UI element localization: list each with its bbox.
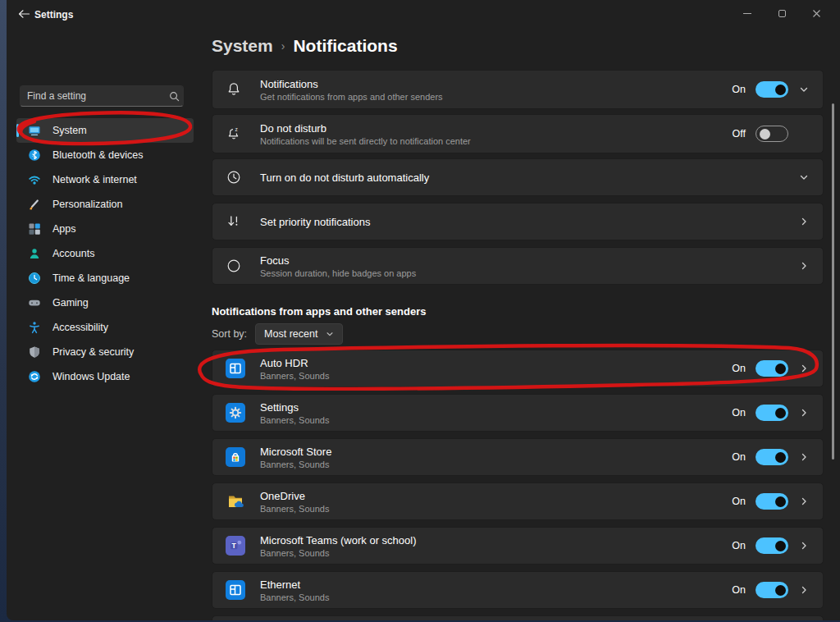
back-button[interactable] (13, 3, 34, 25)
bell-icon (226, 81, 242, 98)
card-dnd-automatic[interactable]: Turn on do not disturb automatically (212, 158, 824, 196)
focus-icon (226, 258, 242, 274)
close-button[interactable] (799, 0, 833, 26)
privacy-icon (28, 345, 41, 359)
app-name: Ethernet (260, 579, 728, 591)
do-not-disturb-toggle[interactable] (756, 126, 788, 142)
window-title: Settings (34, 9, 73, 21)
scrollbar[interactable] (832, 103, 834, 460)
breadcrumb-separator-icon: › (281, 39, 285, 53)
search-box[interactable] (20, 85, 184, 107)
breadcrumb: System › Notifications (212, 36, 398, 56)
toggle-state-label: On (728, 584, 746, 596)
card-subtitle: Session duration, hide badges on apps (260, 268, 798, 278)
page-title: Notifications (293, 36, 397, 56)
sidebar-item-label: Bluetooth & devices (52, 149, 144, 161)
sidebar-item-accessibility[interactable]: Accessibility (16, 315, 194, 340)
notifications-toggle[interactable] (756, 81, 788, 98)
card-title: Set priority notifications (260, 216, 798, 228)
sidebar-item-label: Windows Update (52, 371, 130, 382)
personalization-icon (28, 198, 41, 211)
toggle-state-label: On (728, 84, 746, 95)
sidebar-item-label: Accounts (52, 248, 94, 259)
card-do-not-disturb[interactable]: z Do not disturb Notifications will be s… (212, 114, 824, 153)
close-icon (812, 9, 821, 18)
sidebar-item-label: Accessibility (52, 322, 108, 333)
app-row-partial[interactable] (212, 615, 824, 620)
toggle-state-label: Off (728, 128, 746, 139)
app-subtitle: Banners, Sounds (260, 504, 728, 514)
chevron-right-icon (798, 408, 810, 418)
window-app-icon (226, 359, 245, 378)
app-row-settings[interactable]: Settings Banners, Sounds On (212, 394, 824, 432)
app-row-microsoft-store[interactable]: Microsoft Store Banners, Sounds On (212, 438, 824, 476)
chevron-right-icon (798, 496, 810, 506)
sidebar-item-windows-update[interactable]: Windows Update (16, 364, 194, 389)
app-row-auto-hdr[interactable]: Auto HDR Banners, Sounds On (212, 350, 824, 387)
card-subtitle: Notifications will be sent directly to n… (260, 136, 728, 146)
sidebar-item-time-language[interactable]: Time & language (16, 266, 194, 290)
ethernet-toggle[interactable] (756, 582, 788, 598)
app-row-ethernet[interactable]: Ethernet Banners, Sounds On (212, 571, 824, 609)
onedrive-app-icon (226, 492, 245, 511)
clock-icon (226, 169, 242, 185)
sidebar-item-network-internet[interactable]: Network & internet (16, 167, 194, 192)
app-name: Auto HDR (260, 357, 728, 369)
chevron-down-icon[interactable] (798, 172, 810, 182)
app-row-microsoft-teams[interactable]: T Microsoft Teams (work or school) Banne… (212, 527, 824, 565)
minimize-icon (743, 13, 751, 14)
toggle-state-label: On (728, 540, 746, 551)
chevron-right-icon (798, 452, 810, 462)
search-input[interactable] (21, 90, 165, 102)
microsoft-teams-toggle[interactable] (756, 537, 788, 554)
onedrive-toggle[interactable] (756, 493, 788, 510)
card-title: Do not disturb (260, 122, 728, 135)
toggle-state-label: On (728, 363, 746, 374)
chevron-down-icon[interactable] (798, 85, 810, 94)
breadcrumb-system[interactable]: System (212, 36, 273, 56)
system-icon (28, 124, 41, 137)
sort-dropdown[interactable]: Most recent (255, 323, 343, 345)
chevron-right-icon (798, 217, 810, 226)
sidebar-item-accounts[interactable]: Accounts (16, 241, 194, 266)
app-row-onedrive[interactable]: OneDrive Banners, Sounds On (212, 483, 824, 520)
maximize-button[interactable] (765, 0, 799, 26)
priority-icon (226, 213, 242, 230)
sidebar-item-gaming[interactable]: Gaming (16, 290, 194, 315)
sidebar-item-apps[interactable]: Apps (16, 217, 194, 241)
app-name: Settings (260, 401, 728, 414)
gaming-icon (28, 296, 41, 309)
sidebar-item-personalization[interactable]: Personalization (16, 192, 194, 217)
card-title: Notifications (260, 78, 728, 90)
chevron-right-icon (798, 364, 810, 373)
sort-by-label: Sort by: (212, 328, 247, 340)
card-focus[interactable]: Focus Session duration, hide badges on a… (212, 247, 824, 285)
sidebar-item-bluetooth-devices[interactable]: Bluetooth & devices (16, 143, 194, 167)
microsoft-store-toggle[interactable] (756, 449, 788, 465)
sort-dropdown-value: Most recent (264, 328, 317, 340)
auto-hdr-toggle[interactable] (756, 360, 788, 377)
app-subtitle: Banners, Sounds (260, 371, 728, 381)
windows-update-icon (28, 370, 41, 383)
maximize-icon (778, 10, 786, 17)
toggle-state-label: On (728, 451, 746, 463)
toggle-state-label: On (728, 407, 746, 418)
sidebar-item-system[interactable]: System (16, 118, 194, 143)
card-priority-notifications[interactable]: Set priority notifications (212, 203, 824, 240)
app-name: Microsoft Teams (work or school) (260, 534, 728, 547)
accessibility-icon (28, 321, 41, 334)
app-subtitle: Banners, Sounds (260, 548, 728, 558)
card-title: Turn on do not disturb automatically (260, 172, 798, 184)
app-subtitle: Banners, Sounds (260, 592, 728, 602)
sidebar-item-label: System (52, 125, 87, 136)
settings-gear-app-icon (226, 403, 245, 423)
sidebar-item-privacy-security[interactable]: Privacy & security (16, 340, 194, 364)
sidebar-item-label: Time & language (52, 272, 130, 284)
main-content: System › Notifications Notifications Get… (205, 30, 840, 620)
minimize-button[interactable] (730, 0, 765, 26)
chevron-right-icon (798, 541, 810, 551)
settings-app-toggle[interactable] (756, 405, 788, 421)
app-subtitle: Banners, Sounds (260, 460, 728, 469)
store-app-icon (226, 447, 245, 467)
card-notifications[interactable]: Notifications Get notifications from app… (212, 70, 824, 109)
